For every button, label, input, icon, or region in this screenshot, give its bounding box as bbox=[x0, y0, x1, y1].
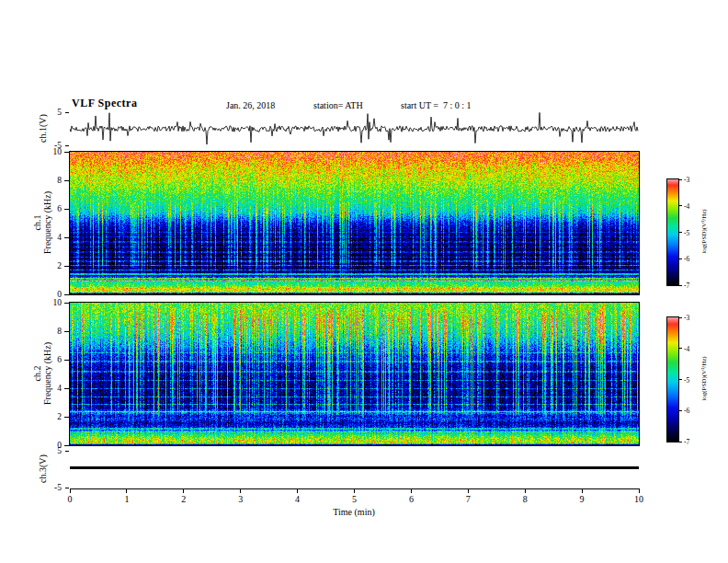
ch1-label: ch.1 bbox=[32, 152, 42, 293]
cb2-tick-label: -3 bbox=[684, 314, 700, 322]
cb2-tick-mark bbox=[679, 410, 682, 411]
ch3-volt-tick-label: 5 bbox=[42, 446, 62, 455]
ch1-colorbar-canvas bbox=[667, 179, 678, 285]
ch3-volt-tick-mark bbox=[65, 451, 69, 452]
ch1-frequency-units-label: Frequency (kHz) bbox=[42, 152, 52, 293]
start-ut-label: start UT = 7 : 0 : 1 bbox=[401, 100, 472, 110]
cb1-tick-mark bbox=[679, 232, 682, 233]
x-tick-mark bbox=[411, 488, 412, 493]
x-tick-label: 6 bbox=[402, 494, 420, 504]
station-label: station= ATH bbox=[313, 100, 363, 110]
ch2-frequency-units-label: Frequency (kHz) bbox=[42, 303, 52, 444]
x-tick-mark bbox=[240, 488, 241, 493]
ch1-freq-tick-mark bbox=[64, 294, 69, 295]
ch1-freq-tick-mark bbox=[64, 237, 69, 238]
ch1-colorbar bbox=[666, 178, 679, 286]
ch2-freq-tick-label: 2 bbox=[42, 412, 62, 421]
ch1-colorbar-label: log(PSD)(V²/Hz) bbox=[700, 186, 709, 278]
x-tick-label: 5 bbox=[346, 494, 364, 504]
ch1-freq-tick-label: 8 bbox=[42, 176, 62, 185]
ch2-colorbar bbox=[666, 316, 679, 442]
cb1-tick-mark bbox=[679, 179, 682, 180]
cb1-tick-label: -3 bbox=[684, 176, 700, 184]
ch1-spectrogram-canvas bbox=[70, 152, 639, 294]
ch1-volt-tick-label: 5 bbox=[42, 108, 62, 117]
ch1-freq-tick-mark bbox=[64, 180, 69, 181]
cb2-tick-label: -6 bbox=[684, 407, 700, 415]
ch1-freq-tick-mark bbox=[64, 266, 69, 267]
ch2-freq-tick-label: 10 bbox=[42, 298, 62, 307]
ch1-waveform-canvas bbox=[70, 112, 639, 145]
cb1-tick-mark bbox=[679, 285, 682, 286]
cb1-tick-label: -6 bbox=[684, 255, 700, 263]
x-tick-mark bbox=[297, 488, 298, 493]
ch2-freq-tick-label: 8 bbox=[42, 327, 62, 336]
ch2-freq-tick-mark bbox=[64, 417, 69, 418]
x-tick-mark bbox=[639, 488, 640, 493]
x-tick-mark bbox=[126, 488, 127, 493]
ch1-freq-tick-mark bbox=[64, 152, 69, 153]
x-tick-mark bbox=[70, 488, 71, 493]
cb2-tick-label: -7 bbox=[684, 438, 700, 446]
x-tick-label: 2 bbox=[175, 494, 193, 504]
cb2-tick-label: -5 bbox=[684, 376, 700, 385]
ch2-colorbar-canvas bbox=[667, 317, 678, 442]
ch2-freq-tick-mark bbox=[64, 303, 69, 304]
ch2-freq-tick-mark bbox=[64, 331, 69, 332]
ch3-volt-tick-label: -5 bbox=[42, 483, 62, 492]
ch2-frequency-axis-label: ch.2 Frequency (kHz) bbox=[32, 303, 52, 444]
cb1-tick-mark bbox=[679, 205, 682, 206]
ch1-volt-tick-mark bbox=[65, 112, 69, 113]
x-tick-label: 4 bbox=[289, 494, 307, 504]
ch2-freq-tick-mark bbox=[64, 360, 69, 361]
ch1-freq-tick-mark bbox=[64, 209, 69, 210]
x-tick-label: 9 bbox=[573, 494, 591, 504]
vlf-spectra-figure: VLF Spectra Jan. 26, 2018 station= ATH s… bbox=[0, 0, 728, 563]
ch2-spectrogram-panel bbox=[69, 302, 640, 446]
time-axis-label: Time (min) bbox=[317, 507, 391, 517]
x-tick-mark bbox=[468, 488, 469, 493]
cb1-tick-label: -5 bbox=[684, 229, 700, 237]
ch2-freq-tick-label: 4 bbox=[42, 384, 62, 393]
cb2-tick-mark bbox=[679, 379, 682, 380]
x-tick-mark bbox=[183, 488, 184, 493]
ch1-frequency-axis-label: ch.1 Frequency (kHz) bbox=[32, 152, 52, 293]
x-tick-mark bbox=[582, 488, 583, 493]
ch2-freq-tick-mark bbox=[64, 388, 69, 389]
ch2-spectrogram-canvas bbox=[70, 303, 639, 445]
ch1-volt-tick-label: -5 bbox=[42, 141, 62, 150]
x-tick-label: 8 bbox=[516, 494, 534, 504]
ch2-label: ch.2 bbox=[32, 303, 42, 444]
x-tick-label: 0 bbox=[61, 494, 79, 504]
ch1-spectrogram-panel bbox=[69, 151, 640, 295]
ch1-volt-tick-mark bbox=[65, 145, 69, 146]
x-tick-mark bbox=[525, 488, 526, 493]
cb2-tick-mark bbox=[679, 442, 682, 442]
cb2-tick-mark bbox=[679, 317, 682, 318]
cb2-tick-mark bbox=[679, 348, 682, 349]
ch1-freq-tick-label: 6 bbox=[42, 204, 62, 213]
ch3-flat-trace bbox=[70, 466, 639, 469]
x-tick-label: 1 bbox=[118, 494, 136, 504]
cb1-tick-label: -4 bbox=[684, 202, 700, 211]
x-tick-label: 10 bbox=[630, 494, 648, 504]
ch3-waveform-panel bbox=[70, 451, 639, 488]
cb2-tick-label: -4 bbox=[684, 345, 700, 353]
ch1-freq-tick-label: 2 bbox=[42, 261, 62, 270]
x-tick-label: 3 bbox=[232, 494, 250, 504]
ch1-waveform-panel bbox=[70, 112, 639, 145]
ch1-freq-tick-label: 4 bbox=[42, 233, 62, 242]
cb1-tick-mark bbox=[679, 259, 682, 259]
x-tick-mark bbox=[354, 488, 355, 493]
date-label: Jan. 26, 2018 bbox=[226, 100, 275, 110]
cb1-tick-label: -7 bbox=[684, 282, 700, 290]
ch2-freq-tick-mark bbox=[64, 445, 69, 446]
ch2-freq-tick-label: 6 bbox=[42, 355, 62, 364]
figure-title: VLF Spectra bbox=[72, 97, 137, 110]
ch2-colorbar-label: log(PSD)(V²/Hz) bbox=[700, 333, 709, 425]
x-tick-label: 7 bbox=[459, 494, 477, 504]
ch3-volt-tick-mark bbox=[65, 488, 69, 488]
